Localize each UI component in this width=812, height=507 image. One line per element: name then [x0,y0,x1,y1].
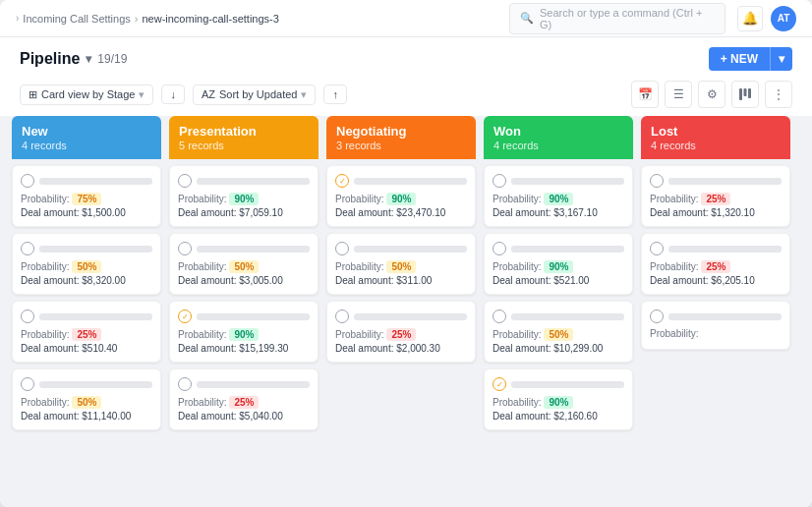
card-checkbox[interactable] [178,377,192,391]
deal-card[interactable]: Probability: 50% Deal amount: $311.00 [326,233,476,295]
card-top [178,377,310,391]
sort-selector[interactable]: AZ Sort by Updated ▾ [193,84,317,105]
deal-card[interactable]: Probability: 25% Deal amount: $510.40 [12,301,161,363]
card-checkbox[interactable] [178,242,192,255]
card-probability: Probability: 50% [21,396,152,409]
sort-label: Sort by Updated [219,88,298,100]
prob-badge: 90% [544,193,573,205]
card-checkbox[interactable]: ✓ [493,377,506,391]
deal-card[interactable]: Probability: 50% Deal amount: $11,140.00 [12,368,161,430]
card-checkbox[interactable] [493,310,506,323]
calendar-view-btn[interactable]: 📅 [631,81,659,108]
card-amount: Deal amount: $1,500.00 [21,207,152,218]
prob-label: Probability: [650,328,698,339]
card-checkbox[interactable] [493,242,506,255]
more-options-btn[interactable]: ⋮ [765,81,792,108]
card-checkbox[interactable] [21,377,34,391]
card-checkbox[interactable] [335,242,349,255]
col-body-new: Probability: 75% Deal amount: $1,500.00 … [12,159,161,495]
card-amount: Deal amount: $8,320.00 [21,275,152,286]
col-body-lost: Probability: 25% Deal amount: $1,320.10 … [641,159,790,495]
card-name-bar [197,313,310,320]
column-new: New 4 records Probability: 75% Deal amou… [12,116,161,495]
card-top [650,174,782,188]
deal-card[interactable]: Probability: 25% Deal amount: $5,040.00 [169,368,319,430]
new-button-arrow[interactable]: ▾ [770,47,792,71]
pipeline-dropdown-icon[interactable]: ▾ [86,52,91,66]
card-name-bar [197,246,310,253]
deal-card[interactable]: Probability: 90% Deal amount: $3,167.10 [484,165,633,227]
pipeline-title-group: Pipeline ▾ 19/19 [20,50,127,68]
sort-direction-btn[interactable]: ↓ [161,84,185,104]
grid-icon: ⊞ [29,88,37,101]
prob-label: Probability: [493,194,541,204]
card-checkbox[interactable] [650,242,664,255]
card-checkbox[interactable] [21,242,34,255]
card-probability: Probability: 50% [493,328,624,341]
prob-badge: 50% [72,396,101,409]
col-body-won: Probability: 90% Deal amount: $3,167.10 … [484,159,633,495]
card-top: ✓ [178,310,310,323]
prob-label: Probability: [21,194,69,204]
card-checkbox[interactable] [335,310,349,323]
card-checkbox[interactable] [493,174,506,188]
col-title-won: Won [493,124,623,139]
card-top [493,310,624,323]
svg-rect-2 [748,88,751,98]
card-checkbox[interactable] [21,174,34,188]
deal-card[interactable]: Probability: 90% Deal amount: $521.00 [484,233,633,295]
pipeline-label: Pipeline [20,50,80,68]
card-amount: Deal amount: $3,005.00 [178,275,310,286]
kanban-view-btn[interactable] [731,81,759,108]
card-amount: Deal amount: $1,320.10 [650,207,782,218]
card-name-bar [354,246,467,253]
card-top [650,242,782,255]
list-view-btn[interactable]: ☰ [665,81,692,108]
deal-card[interactable]: ✓ Probability: 90% Deal amount: $2,160.6… [484,368,633,430]
card-checkbox[interactable] [650,310,664,323]
card-checkbox[interactable]: ✓ [335,174,349,188]
deal-card[interactable]: Probability: [641,301,790,350]
deal-card[interactable]: Probability: 25% Deal amount: $6,205.10 [641,233,790,295]
card-top [21,377,152,391]
prob-label: Probability: [493,329,541,340]
deal-card[interactable]: Probability: 25% Deal amount: $1,320.10 [641,165,790,227]
breadcrumb-item-1[interactable]: Incoming Call Settings [23,13,130,25]
card-checkbox[interactable]: ✓ [178,310,192,323]
filter-btn[interactable]: ⚙ [698,81,725,108]
view-selector[interactable]: ⊞ Card view by Stage ▾ [20,84,153,105]
sort-asc-btn[interactable]: ↑ [323,84,347,104]
card-checkbox[interactable] [21,310,34,323]
new-button[interactable]: + NEW ▾ [709,47,792,71]
top-nav: › Incoming Call Settings › new-incoming-… [0,0,812,37]
card-name-bar [197,381,310,388]
prob-label: Probability: [21,261,69,272]
notification-button[interactable]: 🔔 [737,6,763,31]
card-amount: Deal amount: $7,059.10 [178,207,310,218]
prob-label: Probability: [335,261,383,272]
card-probability: Probability: 90% [493,396,624,409]
col-title-negotiating: Negotiating [336,124,466,139]
card-probability: Probability: 25% [650,260,782,273]
card-name-bar [39,246,152,253]
deal-card[interactable]: Probability: 50% Deal amount: $3,005.00 [169,233,319,295]
col-header-new: New 4 records [12,116,161,159]
card-amount: Deal amount: $23,470.10 [335,207,467,218]
deal-card[interactable]: ✓ Probability: 90% Deal amount: $15,199.… [169,301,319,363]
col-count-new: 4 records [22,140,151,151]
card-name-bar [511,381,624,388]
prob-label: Probability: [178,329,226,340]
avatar[interactable]: AT [771,6,796,31]
svg-rect-0 [739,88,742,100]
card-checkbox[interactable] [178,174,192,188]
deal-card[interactable]: Probability: 75% Deal amount: $1,500.00 [12,165,161,227]
deal-card[interactable]: Probability: 50% Deal amount: $10,299.00 [484,301,633,363]
col-count-lost: 4 records [651,140,781,151]
svg-rect-1 [744,88,747,96]
deal-card[interactable]: Probability: 25% Deal amount: $2,000.30 [326,301,476,363]
card-checkbox[interactable] [650,174,664,188]
deal-card[interactable]: ✓ Probability: 90% Deal amount: $23,470.… [326,165,476,227]
deal-card[interactable]: Probability: 50% Deal amount: $8,320.00 [12,233,161,295]
search-bar[interactable]: 🔍 Search or type a command (Ctrl + G) [509,3,725,34]
deal-card[interactable]: Probability: 90% Deal amount: $7,059.10 [169,165,319,227]
